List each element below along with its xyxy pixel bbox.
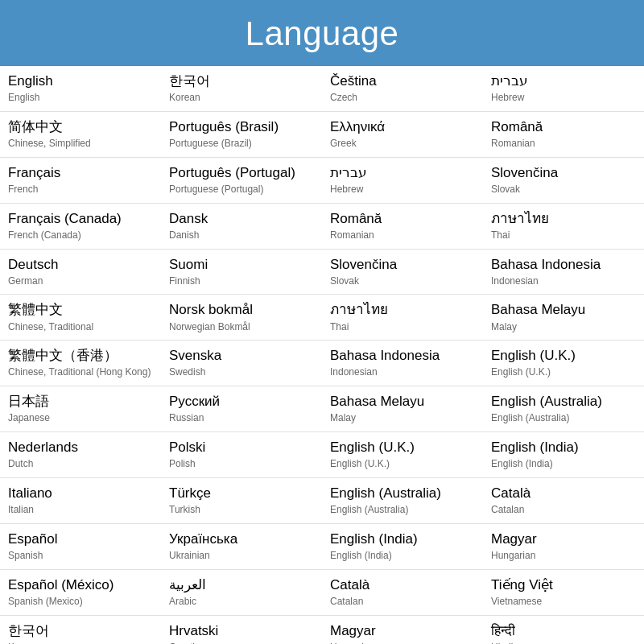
language-english-name: French (Canada) xyxy=(8,229,153,242)
language-native-name: English (India) xyxy=(491,439,636,456)
language-english-name: Czech xyxy=(330,91,475,105)
list-item[interactable]: עבריתHebrew xyxy=(483,66,644,112)
language-native-name: Bahasa Melayu xyxy=(330,393,475,411)
language-english-name: Indonesian xyxy=(330,365,475,379)
language-english-name: Hebrew xyxy=(330,183,475,196)
language-english-name: Portuguese (Brazil) xyxy=(169,137,314,151)
list-item[interactable]: Bahasa MelayuMalay xyxy=(322,386,483,432)
language-native-name: 繁體中文（香港） xyxy=(8,347,153,365)
language-english-name: Swedish xyxy=(169,365,314,379)
language-english-name: Polish xyxy=(169,457,314,471)
language-native-name: 繁體中文 xyxy=(8,301,153,319)
list-item[interactable]: עבריתHebrew xyxy=(322,158,483,204)
list-item[interactable]: SuomiFinnish xyxy=(161,250,322,295)
language-native-name: 日本語 xyxy=(8,393,153,411)
list-item[interactable]: English (India)English (India) xyxy=(483,432,644,478)
list-item[interactable]: English (India)English (India) xyxy=(322,524,483,570)
list-item[interactable]: Español (México)Spanish (Mexico) xyxy=(0,570,161,616)
list-item[interactable]: ภาษาไทยThai xyxy=(483,204,644,250)
language-native-name: Română xyxy=(491,118,636,136)
list-item[interactable]: TürkçeTurkish xyxy=(161,478,322,524)
list-item[interactable]: CatalàCatalan xyxy=(322,570,483,616)
list-item[interactable]: Português (Brasil)Portuguese (Brazil) xyxy=(161,112,322,158)
list-item[interactable]: SvenskaSwedish xyxy=(161,341,322,386)
language-english-name: Ukrainian xyxy=(169,549,314,563)
list-item[interactable]: CatalàCatalan xyxy=(483,478,644,524)
list-item[interactable]: DeutschGerman xyxy=(0,250,161,295)
list-item[interactable]: English (U.K.)English (U.K.) xyxy=(322,432,483,478)
language-english-name: Croatian xyxy=(169,641,314,644)
list-item[interactable]: ČeštinaCzech xyxy=(322,66,483,112)
list-item[interactable]: العربيةArabic xyxy=(161,570,322,616)
list-item[interactable]: HrvatskiCroatian xyxy=(161,616,322,644)
language-native-name: English (India) xyxy=(330,530,475,548)
language-native-name: English (Australia) xyxy=(491,393,636,411)
language-english-name: Dutch xyxy=(8,457,153,471)
language-english-name: Indonesian xyxy=(491,275,636,288)
language-english-name: English (Australia) xyxy=(491,411,636,425)
language-english-name: Greek xyxy=(330,137,475,151)
list-item[interactable]: EnglishEnglish xyxy=(0,66,161,112)
list-item[interactable]: Tiếng ViệtVietnamese xyxy=(483,570,644,616)
list-item[interactable]: RomânăRomanian xyxy=(483,112,644,158)
language-english-name: Hungarian xyxy=(330,641,475,644)
list-item[interactable]: 简体中文Chinese, Simplified xyxy=(0,112,161,158)
language-english-name: Italian xyxy=(8,503,153,517)
language-native-name: Українська xyxy=(169,530,314,548)
list-item[interactable]: УкраїнськаUkrainian xyxy=(161,524,322,570)
list-item[interactable]: EspañolSpanish xyxy=(0,524,161,570)
language-english-name: Chinese, Traditional (Hong Kong) xyxy=(8,365,153,379)
list-item[interactable]: English (Australia)English (Australia) xyxy=(322,478,483,524)
language-english-name: German xyxy=(8,275,153,288)
list-item[interactable]: 日本語Japanese xyxy=(0,386,161,432)
language-english-name: Slovak xyxy=(330,275,475,288)
language-native-name: ภาษาไทย xyxy=(491,210,636,228)
list-item[interactable]: 繁體中文Chinese, Traditional xyxy=(0,295,161,341)
list-item[interactable]: 한국어Korean xyxy=(0,616,161,644)
language-english-name: Norwegian Bokmål xyxy=(169,320,314,334)
page-title: Language xyxy=(246,14,399,52)
language-english-name: Danish xyxy=(169,229,314,242)
language-native-name: Bahasa Indonesia xyxy=(491,256,636,274)
language-native-name: Русский xyxy=(169,393,314,411)
list-item[interactable]: ItalianoItalian xyxy=(0,478,161,524)
list-item[interactable]: SlovenčinaSlovak xyxy=(483,158,644,204)
language-english-name: Malay xyxy=(491,320,636,334)
list-item[interactable]: RomânăRomanian xyxy=(322,204,483,250)
list-item[interactable]: 한국어Korean xyxy=(161,66,322,112)
language-native-name: Magyar xyxy=(330,622,475,640)
list-item[interactable]: ΕλληνικάGreek xyxy=(322,112,483,158)
list-item[interactable]: DanskDanish xyxy=(161,204,322,250)
language-english-name: English (India) xyxy=(330,549,475,563)
language-native-name: עברית xyxy=(330,164,475,182)
list-item[interactable]: SlovenčinaSlovak xyxy=(322,250,483,295)
list-item[interactable]: FrançaisFrench xyxy=(0,158,161,204)
language-english-name: English xyxy=(8,91,153,105)
language-native-name: English (U.K.) xyxy=(491,347,636,365)
language-native-name: Nederlands xyxy=(8,439,153,456)
language-english-name: Korean xyxy=(169,91,314,105)
list-item[interactable]: РусскийRussian xyxy=(161,386,322,432)
language-english-name: Arabic xyxy=(169,595,314,609)
list-item[interactable]: Français (Canada)French (Canada) xyxy=(0,204,161,250)
list-item[interactable]: English (U.K.)English (U.K.) xyxy=(483,341,644,386)
list-item[interactable]: ภาษาไทยThai xyxy=(322,295,483,341)
list-item[interactable]: MagyarHungarian xyxy=(483,524,644,570)
language-native-name: हिन्दी xyxy=(491,622,636,640)
list-item[interactable]: 繁體中文（香港）Chinese, Traditional (Hong Kong) xyxy=(0,341,161,386)
list-item[interactable]: Bahasa IndonesiaIndonesian xyxy=(322,341,483,386)
language-english-name: Romanian xyxy=(330,229,475,242)
list-item[interactable]: NederlandsDutch xyxy=(0,432,161,478)
language-english-name: Romanian xyxy=(491,137,636,151)
language-english-name: English (U.K.) xyxy=(491,365,636,379)
list-item[interactable]: हिन्दीHindi xyxy=(483,616,644,644)
list-item[interactable]: PolskiPolish xyxy=(161,432,322,478)
list-item[interactable]: Bahasa MelayuMalay xyxy=(483,295,644,341)
list-item[interactable]: Português (Portugal)Portuguese (Portugal… xyxy=(161,158,322,204)
language-native-name: العربية xyxy=(169,576,314,594)
list-item[interactable]: MagyarHungarian xyxy=(322,616,483,644)
list-item[interactable]: Bahasa IndonesiaIndonesian xyxy=(483,250,644,295)
list-item[interactable]: Norsk bokmålNorwegian Bokmål xyxy=(161,295,322,341)
list-item[interactable]: English (Australia)English (Australia) xyxy=(483,386,644,432)
language-english-name: Slovak xyxy=(491,183,636,196)
